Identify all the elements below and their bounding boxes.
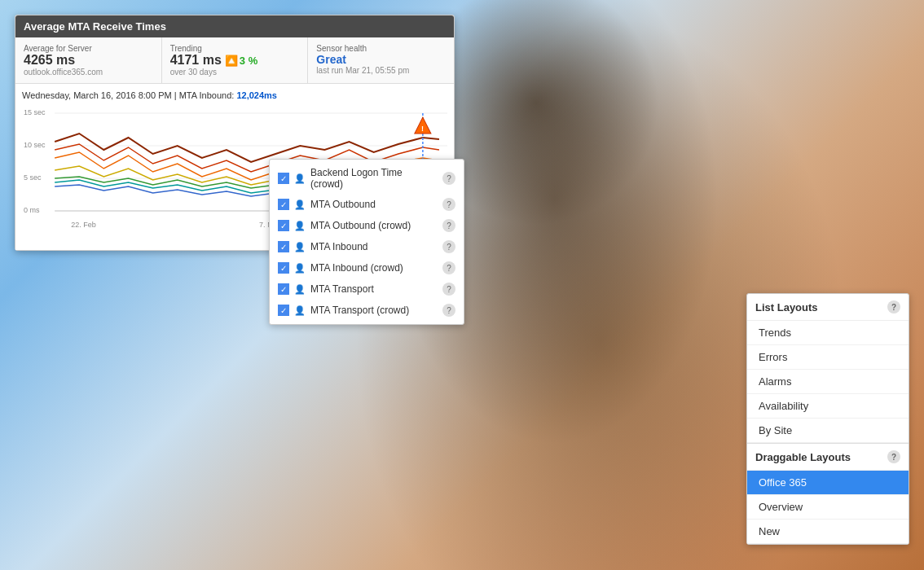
list-item-trends[interactable]: Trends: [747, 321, 909, 345]
list-item-bysite[interactable]: By Site: [747, 419, 909, 443]
chart-title: Average MTA Receive Times: [15, 15, 454, 37]
draggable-layouts-header: Draggable Layouts ?: [747, 443, 909, 471]
legend-checkbox-3[interactable]: [278, 241, 289, 252]
legend-label-1: MTA Outbound: [310, 199, 438, 210]
legend-info-btn-0[interactable]: ?: [442, 172, 455, 185]
legend-info-btn-5[interactable]: ?: [442, 283, 455, 296]
stat-average-value: 4265 ms: [24, 53, 153, 68]
tooltip-date: Wednesday, March 16, 2016 8:00 PM: [22, 90, 172, 100]
legend-item-3[interactable]: 👤 MTA Inbound ?: [270, 236, 464, 257]
legend-icon-1: 👤: [294, 199, 306, 210]
legend-icon-2: 👤: [294, 220, 306, 231]
legend-checkbox-1[interactable]: [278, 199, 289, 210]
legend-icon-6: 👤: [294, 305, 306, 316]
chart-stats: Average for Server 4265 ms outlook.offic…: [15, 37, 454, 84]
legend-checkbox-2[interactable]: [278, 220, 289, 231]
stat-average-label: Average for Server: [24, 44, 153, 53]
right-panel: List Layouts ? Trends Errors Alarms Avai…: [746, 293, 909, 545]
svg-text:0 ms: 0 ms: [24, 206, 40, 214]
legend-info-btn-1[interactable]: ?: [442, 198, 455, 211]
list-layouts-info-btn[interactable]: ?: [887, 300, 900, 314]
draggable-item-new[interactable]: New: [747, 520, 909, 544]
legend-label-6: MTA Transport (crowd): [310, 305, 438, 316]
stat-sensor-label: Sensor health: [316, 44, 446, 53]
list-layouts-label: List Layouts: [755, 301, 818, 314]
draggable-layouts-label: Draggable Layouts: [755, 451, 851, 463]
legend-checkbox-0[interactable]: [278, 173, 289, 184]
legend-info-btn-6[interactable]: ?: [442, 304, 455, 317]
legend-item-0[interactable]: 👤 Backend Logon Time (crowd) ?: [270, 163, 464, 194]
legend-item-5[interactable]: 👤 MTA Transport ?: [270, 278, 464, 300]
stat-trending-label: Trending: [170, 44, 300, 53]
svg-text:10 sec: 10 sec: [24, 141, 46, 149]
legend-label-2: MTA Outbound (crowd): [310, 220, 438, 231]
legend-label-3: MTA Inbound: [310, 241, 438, 252]
svg-text:22. Feb: 22. Feb: [71, 221, 96, 229]
svg-text:!: !: [421, 125, 424, 133]
svg-text:5 sec: 5 sec: [24, 173, 42, 182]
stat-average-sub: outlook.office365.com: [24, 68, 153, 77]
legend-label-0: Backend Logon Time (crowd): [310, 167, 438, 190]
stat-trending-sub: over 30 days: [170, 68, 300, 77]
stat-sensor: Sensor health Great last run Mar 21, 05:…: [308, 37, 454, 83]
draggable-layouts-info-btn[interactable]: ?: [887, 450, 900, 463]
legend-checkbox-5[interactable]: [278, 283, 289, 295]
legend-icon-3: 👤: [294, 241, 306, 252]
chart-tooltip: Wednesday, March 16, 2016 8:00 PM | MTA …: [22, 89, 447, 102]
legend-info-btn-3[interactable]: ?: [442, 240, 455, 253]
stat-trending: Trending 4171 ms 🔼 3 % over 30 days: [162, 37, 309, 83]
stat-sensor-value: Great: [316, 53, 446, 66]
legend-checkbox-6[interactable]: [278, 305, 289, 316]
legend-item-1[interactable]: 👤 MTA Outbound ?: [270, 194, 464, 215]
legend-item-4[interactable]: 👤 MTA Inbound (crowd) ?: [270, 257, 464, 278]
stat-average: Average for Server 4265 ms outlook.offic…: [15, 37, 162, 83]
draggable-item-overview[interactable]: Overview: [747, 495, 909, 520]
legend-icon-4: 👤: [294, 262, 306, 274]
tooltip-metric: MTA Inbound: [179, 90, 232, 100]
tooltip-value: 12,024ms: [236, 90, 277, 100]
list-layouts-header: List Layouts ?: [747, 294, 909, 321]
legend-item-2[interactable]: 👤 MTA Outbound (crowd) ?: [270, 215, 464, 236]
stat-sensor-sub: last run Mar 21, 05:55 pm: [316, 66, 446, 75]
legend-label-4: MTA Inbound (crowd): [310, 262, 438, 274]
svg-text:15 sec: 15 sec: [24, 108, 46, 116]
list-item-errors[interactable]: Errors: [747, 345, 909, 370]
stat-trending-value: 4171 ms: [170, 53, 222, 68]
stat-trending-pct: 3 %: [240, 55, 257, 67]
legend-info-btn-4[interactable]: ?: [442, 261, 455, 274]
legend-checkbox-4[interactable]: [278, 262, 289, 274]
draggable-item-office365[interactable]: Office 365: [747, 471, 909, 495]
legend-label-5: MTA Transport: [310, 283, 438, 295]
legend-icon-5: 👤: [294, 283, 306, 295]
stat-trending-row: 4171 ms 🔼 3 %: [170, 53, 300, 68]
legend-icon-0: 👤: [294, 173, 306, 184]
list-item-availability[interactable]: Availability: [747, 394, 909, 419]
legend-info-btn-2[interactable]: ?: [442, 219, 455, 232]
list-item-alarms[interactable]: Alarms: [747, 370, 909, 394]
legend-item-6[interactable]: 👤 MTA Transport (crowd) ?: [270, 300, 464, 321]
trending-up-icon: 🔼: [225, 55, 238, 67]
legend-panel: 👤 Backend Logon Time (crowd) ? 👤 MTA Out…: [269, 159, 464, 325]
